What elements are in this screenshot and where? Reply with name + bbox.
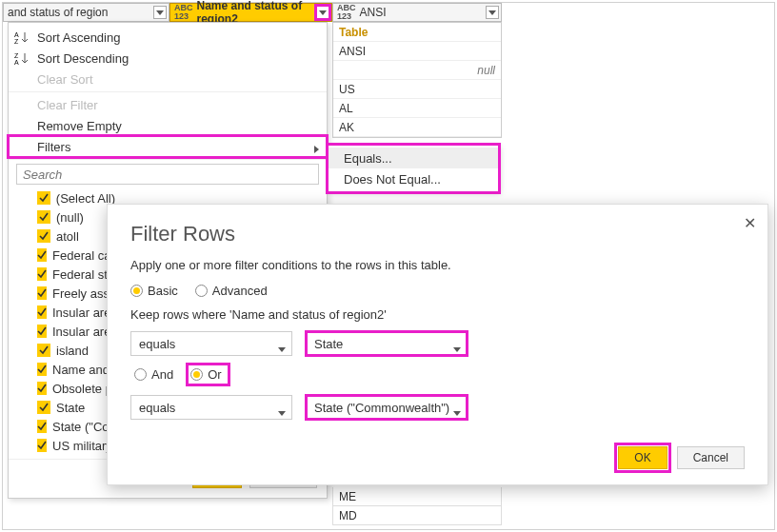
checkbox-icon (37, 191, 50, 205)
background-rows: ME MD (332, 487, 502, 525)
advanced-radio[interactable]: Advanced (195, 284, 268, 298)
filter-value-row[interactable]: Federal state (9, 265, 115, 284)
preview-row[interactable]: AL (333, 99, 501, 118)
column-2-dropdown-icon[interactable] (316, 6, 329, 19)
filter-search-input[interactable] (16, 164, 319, 185)
condition-row-1: equals State (130, 331, 745, 356)
keep-rows-label: Keep rows where 'Name and status of regi… (130, 307, 745, 322)
sort-ascending-item[interactable]: AZ Sort Ascending (9, 27, 327, 48)
filter-value-label: island (56, 344, 89, 358)
chevron-down-icon (278, 404, 286, 419)
and-radio[interactable]: And (134, 367, 173, 382)
basic-radio[interactable]: Basic (130, 284, 178, 298)
chevron-down-icon (453, 404, 461, 419)
logic-radios: And Or (134, 365, 745, 384)
close-icon[interactable]: ✕ (744, 214, 756, 232)
equals-label: Equals... (344, 151, 392, 166)
sort-ascending-label: Sort Ascending (37, 30, 120, 45)
filter-value-label: State (56, 401, 85, 415)
operator-1-value: equals (139, 337, 175, 351)
dialog-title: Filter Rows (130, 222, 745, 246)
checkbox-icon (37, 248, 47, 262)
column-3-preview-list: Table ANSI null US AL AK (332, 22, 502, 138)
column-1-dropdown-icon[interactable] (153, 6, 167, 19)
checkbox-icon (37, 420, 47, 433)
filter-value-row[interactable]: US military base (9, 436, 115, 455)
filter-value-row[interactable]: Freely associated state (9, 284, 115, 303)
remove-empty-label: Remove Empty (37, 119, 122, 133)
checkbox-icon (37, 305, 47, 319)
filter-search[interactable] (16, 164, 319, 185)
remove-empty-item[interactable]: Remove Empty (9, 115, 327, 136)
checkbox-icon (37, 325, 47, 338)
svg-text:A: A (14, 59, 19, 66)
and-radio-label: And (151, 367, 173, 382)
filter-value-row[interactable]: (Select All) (9, 188, 115, 207)
does-not-equal-item[interactable]: Does Not Equal... (329, 168, 498, 189)
filter-value-row[interactable]: Obsolete postal code (9, 379, 115, 398)
filters-label: Filters (37, 140, 70, 154)
filter-value-row[interactable]: Insular area (Commonwealth) (9, 303, 115, 322)
filter-value-row[interactable]: State ("Commonwealth") (9, 417, 115, 436)
equals-item[interactable]: Equals... (329, 148, 498, 168)
checkbox-icon (37, 382, 47, 395)
does-not-equal-label: Does Not Equal... (344, 172, 441, 187)
filter-value-row[interactable]: island (9, 341, 115, 360)
chevron-down-icon (278, 341, 286, 355)
clear-sort-label: Clear Sort (37, 72, 93, 87)
clear-filter-item: Clear Filter (9, 94, 327, 115)
sort-descending-item[interactable]: ZA Sort Descending (9, 48, 327, 69)
filters-item[interactable]: Filters (9, 136, 327, 157)
column-header-1-label: and status of region (8, 6, 108, 19)
clear-sort-item: Clear Sort (9, 69, 327, 89)
filter-value-label: atoll (56, 229, 79, 244)
filter-value-row[interactable]: Insular area (Territory) (9, 322, 115, 341)
value-2-value: State ("Commonwealth") (314, 401, 449, 415)
type-icon: ABC123 (337, 4, 356, 21)
dialog-cancel-button[interactable]: Cancel (677, 446, 745, 469)
value-1-combo[interactable]: State (306, 331, 468, 356)
column-header-3[interactable]: ABC123 ANSI (332, 3, 502, 22)
dialog-subtitle: Apply one or more filter conditions to t… (130, 258, 745, 272)
preview-row[interactable]: null (333, 61, 501, 80)
filter-value-label: (null) (56, 210, 84, 225)
operator-2-combo[interactable]: equals (130, 395, 292, 420)
sort-descending-label: Sort Descending (37, 51, 129, 66)
preview-row[interactable]: ME (332, 487, 502, 506)
filter-value-row[interactable]: Federal capital (9, 246, 115, 265)
column-header-1[interactable]: and status of region (3, 3, 169, 22)
column-header-2[interactable]: ABC123 Name and status of region2 (169, 3, 332, 22)
sort-asc-icon: AZ (14, 30, 30, 45)
radio-icon (190, 368, 203, 381)
operator-2-value: equals (139, 401, 175, 415)
preview-row[interactable]: US (333, 80, 501, 99)
or-radio[interactable]: Or (189, 365, 227, 384)
value-1-value: State (314, 337, 343, 351)
type-icon: ABC123 (174, 4, 193, 21)
or-radio-label: Or (208, 367, 221, 382)
svg-text:A: A (14, 31, 19, 38)
checkbox-icon (37, 363, 47, 376)
mode-radios: Basic Advanced (130, 284, 745, 298)
filter-value-row[interactable]: (null) (9, 207, 115, 227)
filters-submenu: Equals... Does Not Equal... (328, 145, 499, 192)
filter-rows-dialog: ✕ Filter Rows Apply one or more filter c… (107, 204, 768, 485)
preview-row[interactable]: ANSI (333, 42, 501, 61)
radio-icon (195, 285, 208, 297)
basic-radio-label: Basic (148, 284, 178, 298)
filter-value-row[interactable]: Name and status of region2 (9, 360, 115, 379)
value-2-combo[interactable]: State ("Commonwealth") (306, 395, 468, 420)
preview-row[interactable]: MD (332, 506, 502, 525)
ok-label: OK (634, 451, 650, 464)
dialog-ok-button[interactable]: OK (618, 446, 667, 469)
operator-1-combo[interactable]: equals (130, 331, 292, 356)
column-3-dropdown-icon[interactable] (486, 6, 499, 19)
checkbox-icon (37, 401, 50, 414)
svg-text:Z: Z (14, 38, 19, 45)
preview-row[interactable]: AK (333, 118, 501, 137)
checkbox-icon (37, 344, 50, 357)
filter-value-row[interactable]: atoll (9, 227, 115, 246)
filter-value-row[interactable]: State (9, 398, 115, 417)
submenu-arrow-icon (314, 142, 319, 156)
column-header-3-label: ANSI (360, 6, 387, 19)
